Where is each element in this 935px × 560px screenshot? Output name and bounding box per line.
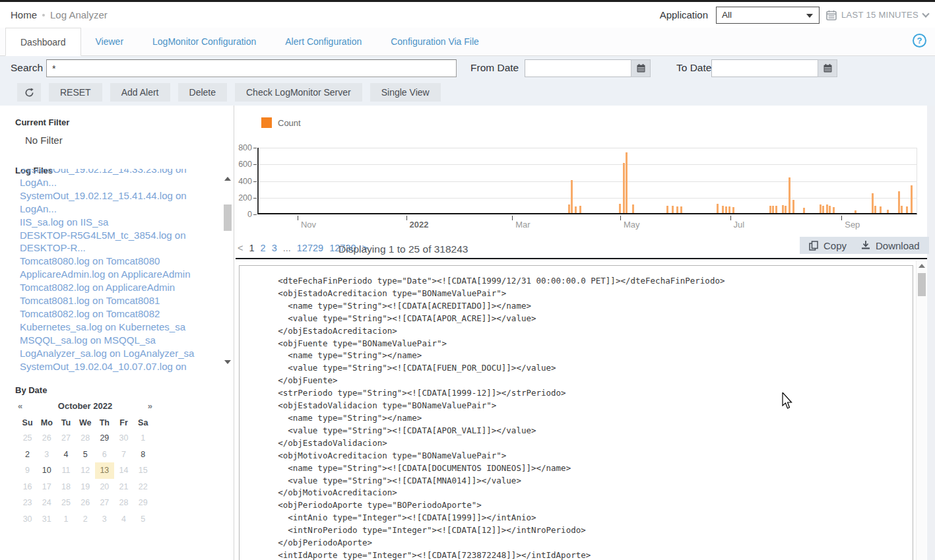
calendar-day[interactable]: 4 <box>114 511 133 528</box>
calendar-day[interactable]: 1 <box>56 511 75 528</box>
check-logmonitor-server-button[interactable]: Check LogMonitor Server <box>235 83 362 102</box>
calendar-day[interactable]: 29 <box>133 495 152 511</box>
calendar-day[interactable]: 1 <box>133 430 152 447</box>
log-file-link[interactable]: SystemOut_19.02.04_10.07.07.log on LogAn… <box>20 360 220 373</box>
breadcrumb-home[interactable]: Home <box>11 9 37 20</box>
calendar-day[interactable]: 3 <box>95 511 114 528</box>
log-file-link[interactable]: Tomcat8081.log on Tomcat8081 <box>20 294 220 307</box>
log-file-link[interactable]: DESKTOP-R5G4L5M_tc_3854.log on DESKTOP-R… <box>20 229 220 255</box>
calendar-day[interactable]: 11 <box>56 462 75 479</box>
log-file-link[interactable]: ApplicareAdmin.log on ApplicareAdmin <box>20 268 220 281</box>
calendar-day[interactable]: 8 <box>133 447 152 463</box>
tab-configuration-via-file[interactable]: Configuration Via File <box>376 28 494 56</box>
log-file-link[interactable]: Tomcat8082.log on ApplicareAdmin <box>20 281 220 294</box>
calendar-day[interactable]: 15 <box>133 462 152 479</box>
log-file-link[interactable]: IIS_sa.log on IIS_sa <box>20 216 220 229</box>
calendar-day[interactable]: 25 <box>18 430 37 447</box>
calendar-day[interactable]: 22 <box>133 479 152 495</box>
calendar-day[interactable]: 28 <box>76 430 95 447</box>
calendar-day[interactable]: 29 <box>95 430 114 447</box>
tab-logmonitor-configuration[interactable]: LogMonitor Configuration <box>138 28 271 56</box>
calendar-day[interactable]: 19 <box>76 479 95 495</box>
reset-button[interactable]: RESET <box>49 83 102 102</box>
chart-legend: Count <box>261 117 301 128</box>
help-button[interactable]: ? <box>913 34 926 47</box>
from-date-calendar-button[interactable] <box>631 59 651 77</box>
pagination-page[interactable]: 2 <box>261 243 266 253</box>
xml-scrollbar[interactable] <box>916 261 926 560</box>
count-bar-chart <box>257 148 917 214</box>
tab-alert-configuration[interactable]: Alert Configuration <box>271 28 376 56</box>
refresh-button[interactable] <box>17 83 41 102</box>
tabs: DashboardViewerLogMonitor ConfigurationA… <box>0 28 935 56</box>
log-files-scrollbar[interactable] <box>222 174 233 373</box>
log-file-link[interactable]: Kubernetes_sa.log on Kubernetes_sa <box>20 321 220 334</box>
calendar-prev-button[interactable]: « <box>18 401 34 411</box>
calendar-day[interactable]: 16 <box>18 479 37 495</box>
log-file-link[interactable]: MSQQL_sa.log on MSQQL_sa <box>20 334 220 347</box>
calendar-day[interactable]: 28 <box>114 495 133 511</box>
pagination-page[interactable]: 12729 <box>297 243 323 253</box>
calendar-day[interactable]: 5 <box>76 447 95 463</box>
log-file-link[interactable]: SystemOut_19.02.12_15.41.44.log on LogAn… <box>20 189 220 216</box>
calendar-day[interactable]: 4 <box>56 447 75 463</box>
calendar-day[interactable]: 23 <box>18 495 37 511</box>
calendar-day[interactable]: 25 <box>56 495 75 511</box>
calendar-day[interactable]: 21 <box>114 479 133 495</box>
calendar-day[interactable]: 27 <box>56 430 75 447</box>
legend-color-swatch <box>261 117 272 128</box>
scroll-down-icon[interactable] <box>224 360 231 364</box>
calendar-day[interactable]: 12 <box>76 462 95 479</box>
current-filter-title: Current Filter <box>15 117 69 127</box>
calendar-day[interactable]: 17 <box>37 479 56 495</box>
download-button[interactable]: Download <box>852 237 929 254</box>
log-file-link[interactable]: SystemOut_19.02.12_14.33.23.log on LogAn… <box>20 169 220 189</box>
calendar-day[interactable]: 30 <box>114 430 133 447</box>
copy-button[interactable]: Copy <box>800 237 856 254</box>
tab-viewer[interactable]: Viewer <box>81 28 139 56</box>
calendar-day[interactable]: 9 <box>18 462 37 479</box>
application-select[interactable]: All <box>716 7 820 24</box>
log-file-link[interactable]: Tomcat8080.log on Tomcat8080 <box>20 255 220 268</box>
to-date-calendar-button[interactable] <box>818 59 837 77</box>
pagination-page[interactable]: 1 <box>249 243 254 253</box>
time-range-picker[interactable]: LAST 15 MINUTES <box>826 10 928 20</box>
log-record-xml-viewer[interactable]: <dteFechaFinPeriodo type="Date"><![CDATA… <box>239 265 913 560</box>
page-scroll-gutter[interactable] <box>927 106 935 560</box>
calendar-day-names: SuMoTuWeThFrSa <box>18 413 152 430</box>
calendar-day[interactable]: 27 <box>95 495 114 511</box>
calendar-day[interactable]: 3 <box>37 447 56 463</box>
chart-bar <box>772 206 774 213</box>
calendar-day[interactable]: 20 <box>95 479 114 495</box>
search-input[interactable] <box>46 59 457 77</box>
calendar-day[interactable]: 6 <box>95 447 114 463</box>
calendar-day[interactable]: 7 <box>114 447 133 463</box>
scroll-up-icon[interactable] <box>919 264 925 268</box>
calendar-day[interactable]: 2 <box>76 511 95 528</box>
calendar-day[interactable]: 26 <box>76 495 95 511</box>
calendar-day[interactable]: 24 <box>37 495 56 511</box>
calendar-day[interactable]: 14 <box>114 462 133 479</box>
calendar-day[interactable]: 2 <box>18 447 37 463</box>
calendar-day[interactable]: 30 <box>18 511 37 528</box>
delete-button[interactable]: Delete <box>178 83 227 102</box>
from-date-input[interactable] <box>525 59 631 77</box>
pagination-prev[interactable]: < <box>238 243 243 253</box>
calendar-next-button[interactable]: » <box>137 401 152 411</box>
calendar-day[interactable]: 18 <box>56 479 75 495</box>
calendar-day-selected[interactable]: 13 <box>95 462 114 479</box>
log-file-link[interactable]: Tomcat8082.log on Tomcat8082 <box>20 307 220 321</box>
to-date-input[interactable] <box>711 59 818 77</box>
log-file-link[interactable]: LogAnalyzer_sa.log on LogAnalyzer_sa <box>20 347 220 360</box>
add-alert-button[interactable]: Add Alert <box>110 83 170 102</box>
chart-gridline <box>259 148 917 148</box>
calendar-day[interactable]: 5 <box>133 511 152 528</box>
tab-dashboard[interactable]: Dashboard <box>5 28 81 56</box>
calendar-day[interactable]: 26 <box>37 430 56 447</box>
single-view-button[interactable]: Single View <box>370 83 441 102</box>
scrollbar-thumb[interactable] <box>918 273 926 296</box>
calendar-day[interactable]: 31 <box>37 511 56 528</box>
panel-divider <box>234 106 234 560</box>
pagination-page[interactable]: 3 <box>272 243 277 253</box>
calendar-day[interactable]: 10 <box>37 462 56 479</box>
